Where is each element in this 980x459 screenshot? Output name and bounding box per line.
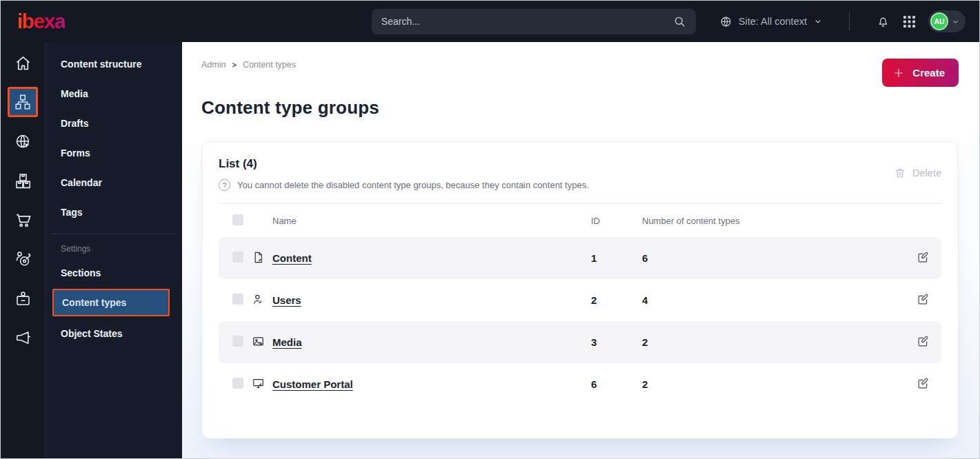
sidebar-item-forms[interactable]: Forms bbox=[46, 138, 182, 167]
image-icon bbox=[252, 335, 265, 348]
rail-item-commerce[interactable] bbox=[8, 205, 38, 235]
topbar: ibexa Site: All context bbox=[1, 1, 979, 42]
sidebar-item-media[interactable]: Media bbox=[46, 79, 182, 108]
sidebar-item-label: Content types bbox=[62, 297, 126, 308]
ibexa-logo[interactable]: ibexa bbox=[17, 11, 65, 32]
table-row: Customer Portal 6 2 bbox=[219, 363, 941, 405]
rail-item-site[interactable] bbox=[8, 126, 38, 156]
table-row: Media 3 2 bbox=[219, 321, 941, 363]
select-all-checkbox[interactable] bbox=[232, 214, 243, 225]
cart-icon bbox=[14, 211, 32, 229]
avatar: AU bbox=[930, 12, 948, 30]
edit-icon[interactable] bbox=[917, 293, 930, 306]
chevron-down-icon bbox=[813, 17, 823, 26]
sidebar-item-tags[interactable]: Tags bbox=[46, 197, 182, 227]
megaphone-icon bbox=[14, 329, 32, 347]
sidebar-nav-settings: Sections Content types Object States bbox=[46, 258, 182, 348]
sidebar-item-calendar[interactable]: Calendar bbox=[46, 167, 182, 197]
file-icon bbox=[252, 251, 265, 264]
user-icon bbox=[252, 293, 265, 306]
breadcrumb-separator: > bbox=[232, 61, 236, 69]
notifications-bell-icon[interactable] bbox=[876, 14, 890, 29]
boxes-icon bbox=[14, 172, 32, 190]
search-input[interactable] bbox=[381, 16, 673, 27]
global-search[interactable] bbox=[372, 9, 696, 34]
main-content: Admin > Content types Create Content typ… bbox=[182, 42, 979, 458]
icon-rail bbox=[1, 42, 45, 458]
sidebar-nav-main: Content structure Media Drafts Forms Cal… bbox=[46, 49, 182, 227]
sidebar-item-label: Object States bbox=[61, 328, 122, 339]
table-row: Users 2 4 bbox=[219, 279, 941, 321]
group-count: 6 bbox=[642, 252, 917, 264]
group-count: 2 bbox=[642, 378, 917, 390]
sidebar-item-content-structure[interactable]: Content structure bbox=[46, 49, 182, 79]
globe-icon bbox=[719, 15, 732, 28]
globe-cursor-icon bbox=[14, 132, 32, 151]
app-grid-icon[interactable] bbox=[903, 15, 916, 28]
edit-icon[interactable] bbox=[917, 377, 930, 390]
site-context-selector[interactable]: Site: All context bbox=[719, 15, 823, 28]
column-header-count: Number of content types bbox=[642, 216, 917, 226]
search-icon[interactable] bbox=[673, 15, 686, 28]
rail-item-dashboard[interactable] bbox=[8, 48, 38, 78]
page-title: Content type groups bbox=[201, 97, 979, 119]
list-note: ? You cannot delete the disabled content… bbox=[219, 179, 941, 191]
delete-button-label: Delete bbox=[912, 167, 941, 178]
list-note-text: You cannot delete the disabled content t… bbox=[237, 180, 589, 190]
sidebar-item-label: Tags bbox=[61, 207, 83, 218]
edit-icon[interactable] bbox=[917, 251, 930, 264]
row-checkbox[interactable] bbox=[232, 294, 243, 305]
group-id: 2 bbox=[591, 294, 642, 306]
rail-item-content[interactable] bbox=[8, 87, 38, 117]
column-header-id: ID bbox=[591, 216, 642, 226]
group-name-link[interactable]: Content bbox=[272, 252, 312, 264]
chevron-down-icon bbox=[951, 17, 960, 26]
delete-button[interactable]: Delete bbox=[894, 167, 941, 179]
sidebar-item-sections[interactable]: Sections bbox=[46, 258, 182, 287]
edit-icon[interactable] bbox=[917, 335, 930, 348]
sidebar-item-label: Media bbox=[61, 88, 88, 99]
group-name-link[interactable]: Users bbox=[272, 294, 301, 306]
sitemap-icon bbox=[14, 93, 32, 111]
sidebar-item-object-states[interactable]: Object States bbox=[46, 318, 182, 348]
create-button[interactable]: Create bbox=[882, 59, 959, 87]
plus-icon bbox=[893, 68, 904, 79]
user-menu[interactable]: AU bbox=[928, 10, 966, 32]
rail-item-product-catalog[interactable] bbox=[8, 165, 38, 196]
sidebar-item-label: Calendar bbox=[61, 177, 102, 188]
badge-icon bbox=[14, 289, 32, 308]
row-checkbox[interactable] bbox=[232, 378, 243, 389]
sidebar-item-label: Sections bbox=[61, 267, 101, 278]
group-id: 6 bbox=[591, 378, 642, 390]
group-name-link[interactable]: Media bbox=[272, 336, 302, 348]
row-checkbox[interactable] bbox=[232, 252, 243, 263]
sidebar: Content structure Media Drafts Forms Cal… bbox=[45, 42, 182, 458]
group-id: 3 bbox=[591, 336, 642, 348]
breadcrumb-item-content-types[interactable]: Content types bbox=[243, 60, 296, 70]
breadcrumb-item-admin[interactable]: Admin bbox=[201, 60, 226, 70]
site-context-label: Site: All context bbox=[739, 16, 807, 27]
sidebar-item-label: Drafts bbox=[61, 118, 88, 129]
table-body: Content 1 6 Users 2 4 bbox=[219, 237, 941, 405]
help-icon: ? bbox=[219, 179, 230, 191]
rail-item-promotions[interactable] bbox=[8, 323, 38, 353]
sidebar-item-label: Forms bbox=[61, 147, 90, 159]
column-header-name: Name bbox=[272, 216, 591, 226]
row-checkbox[interactable] bbox=[232, 336, 243, 347]
target-person-icon bbox=[14, 250, 32, 269]
topbar-divider bbox=[849, 12, 850, 30]
group-name-link[interactable]: Customer Portal bbox=[272, 378, 353, 390]
group-count: 2 bbox=[642, 336, 917, 348]
rail-item-admin[interactable] bbox=[8, 283, 38, 314]
list-title: List (4) bbox=[219, 157, 941, 171]
sidebar-item-label: Content structure bbox=[61, 59, 141, 70]
sidebar-item-content-types[interactable]: Content types bbox=[52, 289, 170, 316]
table-row: Content 1 6 bbox=[219, 237, 941, 279]
rail-item-personalization[interactable] bbox=[8, 244, 38, 274]
table-header: Name ID Number of content types bbox=[219, 204, 941, 237]
trash-icon bbox=[894, 167, 906, 179]
home-icon bbox=[14, 54, 32, 72]
group-count: 4 bbox=[642, 294, 917, 306]
breadcrumb: Admin > Content types bbox=[182, 42, 979, 70]
sidebar-item-drafts[interactable]: Drafts bbox=[46, 108, 182, 138]
